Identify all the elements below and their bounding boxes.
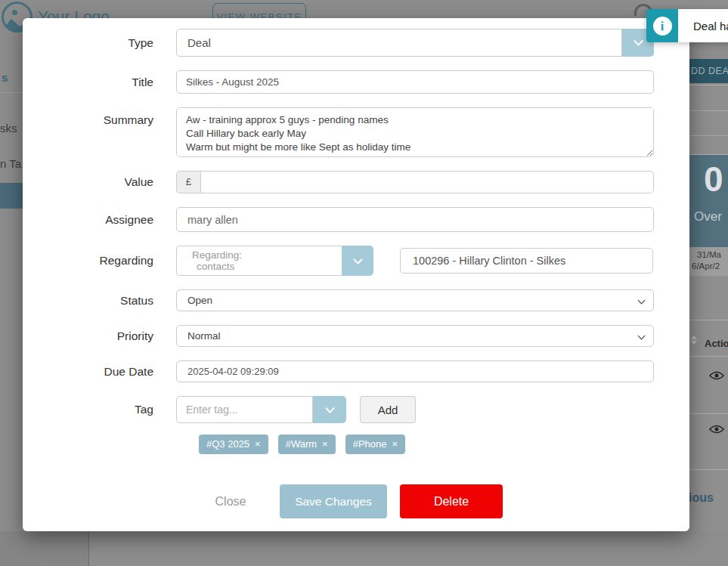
regarding-row: Regarding Regarding: contacts <box>23 246 689 276</box>
chevron-down-icon <box>325 404 335 413</box>
overdue-count: 0 <box>704 159 723 199</box>
remove-tag-icon[interactable]: × <box>255 438 261 450</box>
due-date-input[interactable] <box>176 360 654 382</box>
due-date-row: Due Date <box>23 360 689 382</box>
tag-dropdown-button[interactable] <box>313 396 346 423</box>
tag-chip: #Phone× <box>345 435 405 454</box>
summary-label: Summary <box>23 107 176 127</box>
app-screen: Your Logo VIEW WEBSITE s sks n Ta DD DEA… <box>0 0 728 566</box>
previous-button-fragment: ious <box>689 491 714 505</box>
tag-label: Tag <box>23 403 176 416</box>
tag-chip-label: #Phone <box>353 438 387 450</box>
edit-deal-modal: Type Deal Title Summary Aw - training ap… <box>23 18 689 531</box>
date-fragment-1: 31/Ma <box>697 250 721 259</box>
tag-chips: #Q3 2025× #Warm× #Phone× <box>199 435 689 454</box>
type-select[interactable]: Deal <box>176 29 622 57</box>
view-row-eye-icon <box>709 424 724 435</box>
tag-row: Tag Add <box>23 396 689 423</box>
regarding-value-input[interactable] <box>400 248 653 274</box>
delete-button[interactable]: Delete <box>400 484 503 518</box>
regarding-dropdown-button[interactable] <box>342 246 373 276</box>
tag-chip-label: #Q3 2025 <box>206 438 249 450</box>
sidebar-bottom-strip <box>0 531 88 566</box>
status-label: Status <box>23 294 176 308</box>
date-fragment-2: 6/Apr/2 <box>692 261 720 271</box>
sidebar-item-open-tasks-fragment: n Ta <box>0 157 21 170</box>
tag-input[interactable] <box>176 396 313 423</box>
due-date-label: Due Date <box>23 365 176 379</box>
value-label: Value <box>23 175 176 189</box>
value-input[interactable] <box>200 171 654 193</box>
regarding-select-line2: contacts <box>192 261 342 272</box>
close-button[interactable]: Close <box>204 495 257 509</box>
title-label: Title <box>23 76 176 89</box>
toast-notification: i Deal has <box>646 9 728 42</box>
add-deal-button-fragment: DD DEAL <box>689 59 728 83</box>
assignee-label: Assignee <box>23 213 176 227</box>
save-changes-button[interactable]: Save Changes <box>280 484 387 518</box>
tab-underline <box>0 92 23 93</box>
actions-column-header: Action <box>705 338 728 349</box>
chevron-down-icon <box>634 36 643 46</box>
title-input[interactable] <box>176 70 654 94</box>
priority-label: Priority <box>23 329 176 343</box>
tag-chip: #Warm× <box>278 435 336 454</box>
sidebar-item-deals-fragment: s <box>2 71 8 84</box>
add-tag-button[interactable]: Add <box>360 396 416 423</box>
currency-prefix: £ <box>176 171 200 193</box>
chevron-down-icon <box>353 255 363 264</box>
assignee-row: Assignee <box>23 207 689 232</box>
view-row-eye-icon <box>709 370 724 381</box>
chevron-down-icon <box>638 297 646 305</box>
sidebar-item-tasks-fragment: sks <box>0 122 17 135</box>
summary-textarea[interactable]: Aw - training approx 5 guys - pending na… <box>176 107 654 157</box>
status-row: Status Open <box>23 289 689 311</box>
chevron-down-icon <box>638 332 646 340</box>
type-label: Type <box>23 36 176 50</box>
type-row: Type Deal <box>23 29 689 57</box>
priority-value: Normal <box>187 330 221 342</box>
priority-select[interactable]: Normal <box>176 325 654 347</box>
title-row: Title <box>23 70 689 94</box>
toast-message: Deal has <box>678 9 728 42</box>
info-icon: i <box>653 17 672 36</box>
background-form-rows <box>689 85 728 155</box>
overdue-label-fragment: Over <box>694 209 722 224</box>
sidebar-selected-item <box>0 183 23 209</box>
sidebar-border <box>88 531 89 566</box>
tag-chip: #Q3 2025× <box>199 435 268 454</box>
tag-chip-label: #Warm <box>286 438 317 450</box>
regarding-select-line1: Regarding: <box>192 249 342 261</box>
remove-tag-icon[interactable]: × <box>322 438 328 450</box>
logo-eye-dot <box>12 10 17 15</box>
priority-row: Priority Normal <box>23 325 689 347</box>
remove-tag-icon[interactable]: × <box>392 438 398 450</box>
assignee-input[interactable] <box>176 207 654 232</box>
regarding-label: Regarding <box>23 254 176 268</box>
status-value: Open <box>187 295 212 306</box>
regarding-type-select[interactable]: Regarding: contacts <box>176 246 342 276</box>
summary-row: Summary Aw - training approx 5 guys - pe… <box>23 107 689 157</box>
toast-icon-panel: i <box>646 9 678 42</box>
modal-footer: Close Save Changes Delete <box>204 484 689 518</box>
value-row: Value £ <box>23 171 689 193</box>
sort-icon <box>691 336 697 346</box>
status-select[interactable]: Open <box>176 289 654 311</box>
